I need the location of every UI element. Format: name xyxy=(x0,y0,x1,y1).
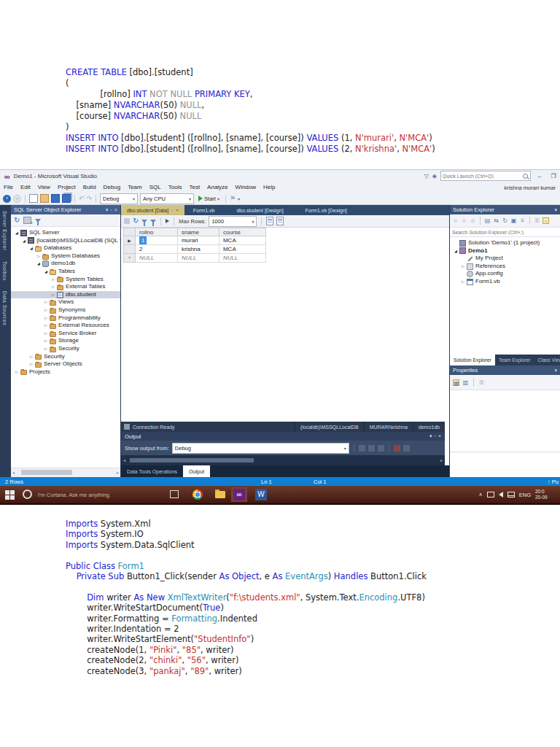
panel-menu-icon[interactable]: ▾ xyxy=(429,433,432,439)
bottom-tab-output[interactable]: Output xyxy=(183,465,210,477)
row-selector[interactable]: * xyxy=(123,254,136,263)
new-file-button[interactable] xyxy=(29,194,38,203)
tree-item-views[interactable]: ▷Views xyxy=(11,298,120,306)
file-explorer-icon[interactable] xyxy=(215,491,225,498)
menu-item-edit[interactable]: Edit xyxy=(17,182,34,193)
expand-arrow-icon[interactable]: ▷ xyxy=(43,298,49,306)
refresh-icon[interactable]: ↻ xyxy=(502,217,508,224)
tree-item-references[interactable]: ▷References xyxy=(450,263,560,271)
tree-item-dbo-student[interactable]: ▷dbo.student xyxy=(11,291,120,299)
goto-message-icon[interactable] xyxy=(359,445,365,452)
undo-button[interactable]: ↶ xyxy=(79,195,85,202)
document-tab-dbo-student-design[interactable]: dbo.student [Design] xyxy=(230,205,289,215)
tree-item-programmability[interactable]: ▷Programmability xyxy=(11,314,120,322)
tree-item-server-objects[interactable]: ▷Server Objects xyxy=(11,360,120,368)
expand-arrow-icon[interactable]: ▷ xyxy=(50,291,56,299)
close-icon[interactable]: × xyxy=(176,208,179,212)
tree-item-databases[interactable]: ◢Databases xyxy=(11,244,120,252)
grid-cell[interactable]: NULL xyxy=(136,254,178,263)
expand-arrow-icon[interactable]: ◢ xyxy=(43,268,49,276)
attach-process-icon[interactable]: ⚑ xyxy=(230,195,236,202)
menu-item-project[interactable]: Project xyxy=(54,182,79,193)
network-icon[interactable] xyxy=(487,492,494,498)
volume-icon[interactable] xyxy=(499,492,503,498)
search-icon[interactable] xyxy=(523,174,528,179)
solution-search-box[interactable] xyxy=(450,228,560,237)
table-row-0[interactable]: ▶1murariMCA xyxy=(123,236,266,245)
tree-item-solution-demo1-1-project[interactable]: Solution 'Demo1' (1 project) xyxy=(450,239,560,247)
expand-arrow-icon[interactable]: ▷ xyxy=(28,360,34,368)
side-tab-toolbox[interactable]: Toolbox xyxy=(2,261,7,281)
output-scrollbar[interactable]: ◂ ▸ xyxy=(121,455,445,465)
panel-tab-class-view[interactable]: Class View xyxy=(534,355,560,365)
toolbar-overflow-icon[interactable]: ▾ xyxy=(238,196,240,201)
menu-item-sql[interactable]: SQL xyxy=(146,182,165,193)
column-header-course[interactable]: course xyxy=(219,228,266,236)
expand-arrow-icon[interactable]: ▷ xyxy=(43,322,49,330)
expand-arrow-icon[interactable]: ▷ xyxy=(28,353,34,361)
solution-configuration-dropdown[interactable]: Debug▾ xyxy=(100,193,138,204)
tree-item-localdb-mssqllocaldb-sql-s[interactable]: ◢(localdb)\MSSQLLocalDB (SQL S xyxy=(11,237,120,245)
connection-segment-localdb-mssqllocaldb[interactable]: (localdb)\MSSQLLocalDB xyxy=(295,422,364,432)
row-selector[interactable]: ▶ xyxy=(123,236,136,245)
cortana-search-text[interactable]: I'm Cortana. Ask me anything. xyxy=(38,492,111,498)
pin-icon[interactable]: ◦ xyxy=(171,208,173,212)
quick-launch-input[interactable] xyxy=(443,174,523,179)
tree-item-system-databases[interactable]: ▷System Databases xyxy=(11,252,120,260)
output-source-dropdown[interactable]: Debug▾ xyxy=(172,443,349,454)
tree-item-demo1[interactable]: ◢Demo1 xyxy=(450,247,560,255)
expand-arrow-icon[interactable]: ◢ xyxy=(453,247,459,255)
navigate-back-button[interactable]: ‹ xyxy=(3,195,11,203)
grid-cell[interactable]: 1 xyxy=(136,236,178,245)
menu-item-build[interactable]: Build xyxy=(79,182,100,193)
grid-cell[interactable]: NULL xyxy=(178,254,219,263)
expand-arrow-icon[interactable]: ▷ xyxy=(50,276,56,284)
menu-item-file[interactable]: File xyxy=(0,182,17,193)
panel-menu-icon[interactable]: ▾ xyxy=(554,207,557,213)
bottom-tab-data-tools-operations[interactable]: Data Tools Operations xyxy=(121,465,183,477)
previous-message-icon[interactable] xyxy=(368,445,375,452)
send-feedback-icon[interactable]: ◈ xyxy=(432,173,437,179)
cortana-icon[interactable] xyxy=(23,489,32,499)
tree-item-service-broker[interactable]: ▷Service Broker xyxy=(11,330,120,338)
refresh-data-icon[interactable]: ↻ xyxy=(133,217,139,225)
ssox-horizontal-scrollbar[interactable]: ◂ ▸ xyxy=(11,468,120,477)
expand-arrow-icon[interactable]: ▷ xyxy=(14,368,20,376)
navigate-forward-button[interactable]: › xyxy=(13,195,21,203)
run-query-icon[interactable] xyxy=(166,219,169,223)
language-indicator[interactable]: ENG xyxy=(519,492,531,498)
filter-data-icon[interactable] xyxy=(141,220,147,223)
switch-views-icon[interactable]: ▤ xyxy=(484,217,491,224)
expand-arrow-icon[interactable]: ▷ xyxy=(43,314,49,322)
scroll-left-icon[interactable]: ◂ xyxy=(12,470,15,475)
alphabetical-icon[interactable]: ▥ xyxy=(462,379,469,386)
expand-arrow-icon[interactable]: ◢ xyxy=(28,244,34,252)
pin-icon[interactable]: ◦ xyxy=(434,433,435,439)
scrollbar-thumb[interactable] xyxy=(130,458,254,462)
grid-cell[interactable]: murari xyxy=(178,236,219,245)
panel-menu-icon[interactable]: ▾ xyxy=(106,207,109,213)
redo-button[interactable]: ↷ xyxy=(87,195,93,202)
expand-arrow-icon[interactable]: ◢ xyxy=(21,237,27,245)
tree-item-external-resources[interactable]: ▷External Resources xyxy=(11,322,120,330)
document-tab-form1-vb-design[interactable]: Form1.vb [Design] xyxy=(300,205,353,215)
menu-item-window[interactable]: Window xyxy=(232,182,260,193)
properties-icon[interactable]: ⚿ xyxy=(534,217,540,224)
grid-cell[interactable]: 2 xyxy=(136,245,178,254)
side-tab-server-explorer[interactable]: Server Explorer xyxy=(2,211,7,251)
close-icon[interactable]: × xyxy=(438,433,441,439)
tree-item-system-tables[interactable]: ▷System Tables xyxy=(11,276,120,284)
table-row-1[interactable]: 2krishnaMCA xyxy=(123,245,266,254)
menu-item-test[interactable]: Test xyxy=(185,182,203,193)
menu-item-view[interactable]: View xyxy=(34,182,54,193)
solution-explorer-header[interactable]: Solution Explorer ▾ xyxy=(450,205,560,214)
filter-icon[interactable] xyxy=(35,219,41,222)
grid-cell[interactable]: MCA xyxy=(219,236,266,245)
scrollbar-thumb[interactable] xyxy=(21,470,72,475)
tree-item-app-config[interactable]: App.config xyxy=(450,270,560,278)
visual-studio-taskbar-icon[interactable]: ∞ xyxy=(231,487,247,502)
home-icon[interactable]: ⌂ xyxy=(470,217,476,224)
table-row-2[interactable]: *NULLNULLNULL xyxy=(123,254,266,263)
remove-filter-icon[interactable] xyxy=(150,220,156,223)
scroll-right-icon[interactable]: ▸ xyxy=(440,457,443,462)
